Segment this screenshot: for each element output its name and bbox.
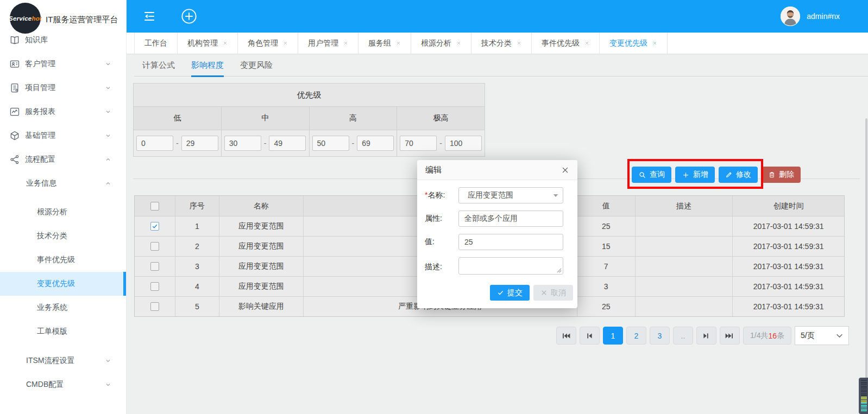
priority-range-table: 优先级 低 中 高 极高 - - - xyxy=(133,83,485,157)
tab-tech-category[interactable]: 技术分类 xyxy=(471,33,532,54)
search-button[interactable]: 查询 xyxy=(632,167,671,183)
close-icon[interactable] xyxy=(283,41,288,46)
row-checkbox-cell xyxy=(135,277,175,296)
chevron-down-icon xyxy=(105,85,111,91)
tab-user-mgmt[interactable]: 用户管理 xyxy=(298,33,358,54)
attr-input[interactable] xyxy=(458,211,563,227)
medium-min-input[interactable] xyxy=(224,136,261,151)
sidebar-item-label: 知识库 xyxy=(25,35,48,45)
first-page-button[interactable] xyxy=(556,327,576,345)
resize-grip-icon[interactable] xyxy=(557,268,562,273)
subtab-impact-degree[interactable]: 影响程度 xyxy=(191,60,224,77)
prev-page-button[interactable] xyxy=(580,327,600,345)
tab-change-priority[interactable]: 变更优先级 xyxy=(600,33,668,54)
page-ellipsis[interactable]: .. xyxy=(673,327,693,345)
sidebar-menu: 知识库 客户管理 项目管理 服务报表 xyxy=(0,28,123,397)
sidebar-item-project-mgmt[interactable]: 项目管理 xyxy=(0,76,123,100)
tab-org-mgmt[interactable]: 机构管理 xyxy=(178,33,238,54)
tab-workbench[interactable]: 工作台 xyxy=(134,33,178,54)
page-button-1[interactable]: 1 xyxy=(603,327,623,345)
desc-textarea[interactable] xyxy=(458,257,563,275)
top-header-bar: admin#nx xyxy=(127,0,868,33)
row-checkbox[interactable] xyxy=(150,302,159,311)
close-icon[interactable] xyxy=(456,41,461,46)
subtab-change-risk[interactable]: 变更风险 xyxy=(240,60,273,77)
close-icon[interactable] xyxy=(652,41,657,46)
low-max-input[interactable] xyxy=(181,136,218,151)
cell-no: 1 xyxy=(175,216,219,236)
logo-text-service: Service xyxy=(9,15,32,22)
tab-role-mgmt[interactable]: 角色管理 xyxy=(238,33,298,54)
row-checkbox[interactable] xyxy=(150,282,159,291)
avatar[interactable] xyxy=(781,7,800,26)
id-card-icon xyxy=(9,59,20,69)
high-max-input[interactable] xyxy=(357,136,394,151)
button-label: 取消 xyxy=(551,288,566,298)
modify-button[interactable]: 修改 xyxy=(719,167,758,183)
page-button-2[interactable]: 2 xyxy=(626,327,646,345)
sidebar-item-process-config[interactable]: 流程配置 xyxy=(0,148,123,171)
low-min-input[interactable] xyxy=(136,136,173,151)
high-min-input[interactable] xyxy=(312,136,349,151)
sidebar-item-label: 服务报表 xyxy=(25,107,55,117)
meter-stripes-dark xyxy=(861,380,867,397)
sidebar-item-knowledge-base[interactable]: 知识库 xyxy=(0,28,123,52)
select-all-checkbox[interactable] xyxy=(150,202,159,211)
tab-label: 角色管理 xyxy=(248,39,278,48)
name-select[interactable]: 应用变更范围 xyxy=(458,187,563,203)
row-checkbox[interactable] xyxy=(150,242,159,251)
sidebar-item-business-info[interactable]: 业务信息 xyxy=(0,171,123,195)
sidebar-item-customer-mgmt[interactable]: 客户管理 xyxy=(0,52,123,76)
tab-root-cause[interactable]: 根源分析 xyxy=(411,33,471,54)
close-icon[interactable] xyxy=(584,41,589,46)
subtab-calc-formula[interactable]: 计算公式 xyxy=(142,60,175,77)
submit-button[interactable]: 提交 xyxy=(490,285,530,301)
close-icon[interactable] xyxy=(223,41,228,46)
sidebar-item-basic-mgmt[interactable]: 基础管理 xyxy=(0,124,123,148)
sidebar-item-change-priority[interactable]: 变更优先级 xyxy=(0,272,123,296)
value-input[interactable] xyxy=(458,234,563,250)
close-icon[interactable] xyxy=(517,41,521,46)
close-icon[interactable] xyxy=(343,41,348,46)
sidebar-item-tech-category[interactable]: 技术分类 xyxy=(0,224,123,248)
sidebar-item-root-cause[interactable]: 根源分析 xyxy=(0,200,123,224)
sidebar-scrollbar[interactable] xyxy=(865,118,867,402)
sidebar-item-business-system[interactable]: 业务系统 xyxy=(0,296,123,320)
tab-incident-priority[interactable]: 事件优先级 xyxy=(532,33,600,54)
cell-name: 应用变更范围 xyxy=(219,237,304,256)
check-icon xyxy=(497,289,504,296)
cell-no: 5 xyxy=(175,297,219,316)
next-page-button[interactable] xyxy=(696,327,716,345)
plus-icon xyxy=(682,171,690,179)
sidebar-item-service-report[interactable]: 服务报表 xyxy=(0,100,123,124)
close-icon[interactable] xyxy=(561,166,569,174)
add-button[interactable]: 新增 xyxy=(675,167,715,183)
sidebar-item-cmdb-config[interactable]: CMDB配置 xyxy=(0,373,123,397)
chevron-down-icon xyxy=(105,132,111,139)
close-icon[interactable] xyxy=(396,41,401,46)
cell-created: 2017-03-01 14:59:31 xyxy=(733,257,844,276)
critical-min-input[interactable] xyxy=(400,136,437,151)
tab-service-group[interactable]: 服务组 xyxy=(358,33,411,54)
per-page-select[interactable]: 5/页 xyxy=(795,326,849,345)
cancel-button[interactable]: 取消 xyxy=(533,285,573,301)
sidebar-item-ticket-template[interactable]: 工单模版 xyxy=(0,320,123,343)
chevron-up-icon xyxy=(105,180,111,187)
collapse-sidebar-icon[interactable] xyxy=(143,10,156,23)
sidebar-item-itsm-process[interactable]: ITSM流程设置 xyxy=(0,349,123,373)
medium-max-input[interactable] xyxy=(269,136,306,151)
page-button-3[interactable]: 3 xyxy=(650,327,670,345)
delete-button[interactable]: 删除 xyxy=(762,167,801,183)
chevron-down-icon xyxy=(105,381,111,388)
add-tab-icon[interactable] xyxy=(181,8,197,24)
critical-max-input[interactable] xyxy=(445,136,482,151)
sidebar-item-incident-priority[interactable]: 事件优先级 xyxy=(0,248,123,272)
row-checkbox[interactable] xyxy=(150,262,159,271)
user-area[interactable]: admin#nx xyxy=(781,7,840,26)
sidebar: Servicehot IT服务运营管理平台 知识库 客户管理 xyxy=(0,0,127,414)
last-page-button[interactable] xyxy=(720,327,740,345)
row-checkbox-cell xyxy=(135,297,175,316)
priority-range-high: - xyxy=(310,130,398,156)
pagination-info: 1/4共16条 xyxy=(743,327,791,345)
row-checkbox[interactable] xyxy=(150,222,159,231)
